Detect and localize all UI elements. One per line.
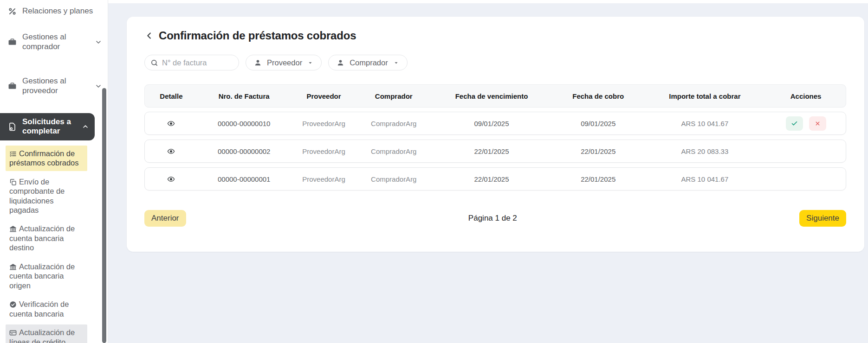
table-header-row: Detalle Nro. de Factura Proveedor Compra… (144, 84, 846, 108)
sidebar-item-label: Verificación de cuenta bancaria (9, 300, 69, 318)
back-button[interactable] (144, 31, 155, 41)
comprador-cell: CompradorArg (357, 175, 430, 183)
table-row: 00000-00000010 ProveedorArg CompradorArg… (144, 112, 846, 135)
sidebar-item-relaciones-y-planes[interactable]: Relaciones y planes (0, 5, 108, 18)
comprador-filter-dropdown[interactable]: Comprador (328, 55, 408, 70)
sidebar-item-envio-comprobante-liquidaciones[interactable]: Envío de comprobante de liquidaciones pa… (6, 174, 87, 218)
sidebar-item-label: Gestiones al proveedor (22, 76, 89, 95)
content-card: Confirmación de préstamos cobrados Prove… (127, 17, 864, 252)
loans-table: Detalle Nro. de Factura Proveedor Compra… (144, 84, 846, 191)
column-header: Fecha de cobro (553, 92, 644, 100)
column-header: Acciones (766, 92, 846, 100)
page-header: Confirmación de préstamos cobrados (144, 29, 846, 42)
search-icon (150, 59, 158, 67)
search-input[interactable] (162, 58, 233, 67)
sidebar-item-label: Envío de comprobante de liquidaciones pa… (9, 178, 65, 214)
proveedor-filter-dropdown[interactable]: Proveedor (246, 55, 322, 70)
page-title: Confirmación de préstamos cobrados (159, 29, 356, 42)
proveedor-cell: ProveedorArg (291, 175, 357, 183)
importe-cell: ARS 10 041.67 (644, 175, 766, 183)
page-status: Página 1 de 2 (186, 214, 800, 223)
main-content: Confirmación de préstamos cobrados Prove… (108, 0, 868, 343)
sidebar-item-label: Solicitudes a completar (22, 117, 76, 136)
fecha-cobro-cell: 22/01/2025 (553, 175, 644, 183)
sidebar-item-actualizacion-cuenta-bancaria-origen[interactable]: Actualización de cuenta bancaria origen (6, 259, 87, 293)
column-header: Proveedor (291, 92, 357, 100)
bank-icon (9, 263, 17, 271)
actions-cell (766, 116, 846, 131)
copy-icon (9, 178, 17, 186)
fecha-vencimiento-cell: 09/01/2025 (430, 120, 553, 127)
column-header: Detalle (145, 92, 198, 100)
briefcase-icon (8, 82, 17, 90)
column-header: Comprador (357, 92, 430, 100)
pagination-bar: Anterior Página 1 de 2 Siguiente (144, 210, 846, 227)
column-header: Fecha de vencimiento (430, 92, 553, 100)
invoice-number: 00000-00000010 (198, 120, 291, 127)
proveedor-cell: ProveedorArg (291, 147, 357, 155)
dropdown-label: Comprador (350, 58, 388, 67)
invoice-search (144, 55, 239, 70)
sidebar-item-label: Actualización de cuenta bancaria destino (9, 224, 75, 252)
fecha-vencimiento-cell: 22/01/2025 (430, 147, 553, 155)
importe-cell: ARS 10 041.67 (644, 120, 766, 127)
importe-cell: ARS 20 083.33 (644, 147, 766, 155)
comprador-cell: CompradorArg (357, 147, 430, 155)
fecha-vencimiento-cell: 22/01/2025 (430, 175, 553, 183)
percent-icon (8, 7, 17, 16)
caret-down-icon (393, 60, 399, 66)
proveedor-cell: ProveedorArg (291, 120, 357, 127)
dropdown-label: Proveedor (267, 58, 302, 67)
table-row: 00000-00000002 ProveedorArg CompradorArg… (144, 140, 846, 163)
view-detail-button[interactable] (165, 146, 177, 157)
sidebar-item-gestiones-al-comprador[interactable]: Gestiones al comprador (0, 31, 108, 53)
check-icon (791, 120, 798, 127)
chevron-down-icon (95, 38, 102, 46)
chevron-down-icon (95, 83, 102, 90)
column-header: Nro. de Factura (198, 92, 291, 100)
x-icon (815, 121, 821, 127)
sidebar-item-label: Actualización de líneas de crédito (9, 328, 75, 343)
invoice-number: 00000-00000001 (198, 175, 291, 183)
next-page-button[interactable]: Siguiente (799, 210, 846, 227)
bank-icon (9, 225, 17, 233)
fecha-cobro-cell: 22/01/2025 (553, 147, 644, 155)
view-detail-button[interactable] (165, 118, 177, 129)
sidebar-item-gestiones-al-proveedor[interactable]: Gestiones al proveedor (0, 75, 108, 97)
sidebar-item-label: Confirmación de préstamos cobrados (9, 149, 79, 167)
sidebar-item-label: Actualización de cuenta bancaria origen (9, 262, 75, 290)
sidebar-item-actualizacion-lineas-credito[interactable]: Actualización de líneas de crédito (6, 324, 87, 343)
sidebar-item-actualizacion-cuenta-bancaria-destino[interactable]: Actualización de cuenta bancaria destino (6, 221, 87, 255)
eye-icon (167, 147, 175, 155)
sidebar-item-label: Gestiones al comprador (22, 32, 89, 51)
sidebar-item-label: Relaciones y planes (22, 6, 102, 16)
approve-button[interactable] (786, 116, 803, 131)
briefcase-icon (8, 38, 17, 46)
person-icon (337, 59, 344, 67)
comprador-cell: CompradorArg (357, 120, 430, 127)
sidebar-item-solicitudes-a-completar[interactable]: Solicitudes a completar (0, 113, 95, 140)
fecha-cobro-cell: 09/01/2025 (553, 120, 644, 127)
sidebar: Relaciones y planes Gestiones al comprad… (0, 0, 108, 343)
previous-page-button[interactable]: Anterior (144, 210, 186, 227)
sidebar-item-confirmacion-prestamos-cobrados[interactable]: Confirmación de préstamos cobrados (6, 146, 87, 171)
list-check-icon (9, 150, 17, 158)
eye-icon (167, 175, 175, 183)
sidebar-submenu: Confirmación de préstamos cobrados Envío… (0, 146, 108, 343)
sidebar-item-verificacion-cuenta-bancaria[interactable]: Verificación de cuenta bancaria (6, 296, 87, 322)
eye-icon (167, 120, 175, 127)
chevron-up-icon (82, 123, 89, 130)
caret-down-icon (307, 60, 313, 66)
file-check-icon (8, 122, 17, 131)
credit-card-icon (9, 329, 17, 337)
topbar-edge (108, 0, 868, 3)
invoice-number: 00000-00000002 (198, 147, 291, 155)
view-detail-button[interactable] (165, 173, 177, 185)
filter-bar: Proveedor Comprador (144, 55, 846, 70)
sidebar-scrollbar[interactable] (102, 88, 106, 343)
check-circle-icon (9, 301, 17, 308)
reject-button[interactable] (809, 116, 826, 131)
table-row: 00000-00000001 ProveedorArg CompradorArg… (144, 167, 846, 191)
app-window: Relaciones y planes Gestiones al comprad… (0, 0, 868, 343)
person-icon (254, 59, 262, 67)
